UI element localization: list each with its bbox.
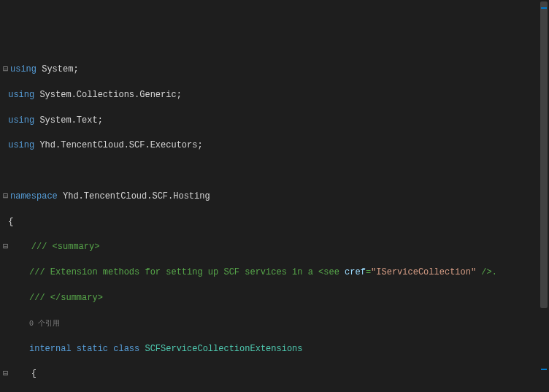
xml-doc: /// </summary> <box>29 293 103 303</box>
fold-marker[interactable]: ⊟ <box>3 191 10 203</box>
code-editor[interactable]: ⊟using System; using System.Collections.… <box>0 51 549 392</box>
class-modifiers: internal static class <box>29 344 139 354</box>
fold-marker[interactable]: ⊟ <box>3 241 10 253</box>
scrollbar-mark <box>541 7 547 9</box>
class-name: SCFServiceCollectionExtensions <box>145 344 302 354</box>
scrollbar-thumb[interactable] <box>540 1 548 308</box>
codelens-references[interactable]: 0 个引用 <box>29 320 60 328</box>
scrollbar-mark <box>541 369 547 370</box>
fold-marker[interactable]: ⊟ <box>3 368 10 380</box>
namespace-name: Yhd.TencentCloud.SCF.Hosting <box>63 191 210 201</box>
namespace-keyword: namespace <box>10 191 58 201</box>
using-ns: Yhd.TencentCloud.SCF.Executors <box>39 140 197 150</box>
using-ns: System <box>42 64 73 74</box>
using-ns: System.Collections.Generic <box>39 90 176 100</box>
vertical-scrollbar[interactable] <box>539 0 549 392</box>
using-ns: System.Text <box>39 115 97 126</box>
xml-doc: /// <summary> <box>31 242 100 252</box>
fold-marker[interactable]: ⊟ <box>3 64 10 76</box>
xml-doc: /// Extension methods for setting up SCF… <box>29 267 497 277</box>
